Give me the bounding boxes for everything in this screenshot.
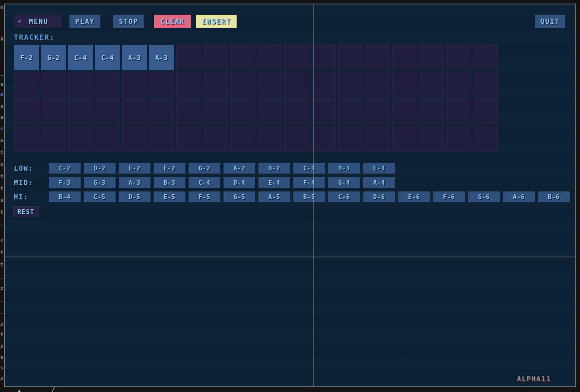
tracker-cell[interactable] bbox=[419, 72, 444, 97]
note-button[interactable]: A-3 bbox=[119, 177, 150, 188]
tracker-cell[interactable] bbox=[68, 99, 93, 124]
tracker-cell[interactable] bbox=[14, 126, 39, 151]
tracker-cell[interactable] bbox=[365, 72, 390, 97]
tracker-cell[interactable] bbox=[473, 45, 498, 70]
note-button[interactable]: C-5 bbox=[84, 191, 116, 202]
tracker-cell[interactable] bbox=[284, 126, 309, 151]
note-button[interactable]: B-3 bbox=[154, 177, 185, 188]
play-button[interactable]: PLAY bbox=[69, 15, 100, 28]
tracker-cell[interactable] bbox=[257, 45, 282, 70]
tracker-cell[interactable] bbox=[284, 72, 309, 97]
note-button[interactable]: F-4 bbox=[293, 177, 325, 188]
tracker-cell[interactable] bbox=[230, 45, 255, 70]
note-button[interactable]: E-2 bbox=[119, 163, 150, 174]
note-button[interactable]: G-3 bbox=[84, 177, 116, 188]
note-button[interactable]: C-4 bbox=[189, 177, 220, 188]
tracker-cell[interactable] bbox=[446, 99, 471, 124]
note-button[interactable]: F-5 bbox=[189, 191, 220, 202]
note-button[interactable]: D-3 bbox=[328, 163, 360, 174]
tracker-cell[interactable] bbox=[365, 99, 390, 124]
tracker-cell[interactable] bbox=[365, 126, 390, 151]
tracker-cell[interactable] bbox=[257, 126, 282, 151]
tracker-cell[interactable] bbox=[41, 126, 66, 151]
tracker-cell[interactable] bbox=[392, 99, 417, 124]
tracker-cell[interactable] bbox=[230, 126, 255, 151]
rest-button[interactable]: REST bbox=[13, 206, 39, 217]
tracker-cell[interactable] bbox=[311, 126, 336, 151]
insert-button[interactable]: INSERT bbox=[196, 15, 237, 28]
tracker-cell[interactable] bbox=[203, 72, 228, 97]
note-button[interactable]: G-2 bbox=[189, 163, 220, 174]
tracker-cell[interactable] bbox=[338, 72, 363, 97]
note-button[interactable]: E-4 bbox=[258, 177, 290, 188]
tracker-cell[interactable] bbox=[230, 72, 255, 97]
tracker-cell[interactable] bbox=[176, 45, 201, 70]
tracker-cell[interactable] bbox=[14, 99, 39, 124]
note-button[interactable]: A-2 bbox=[224, 163, 255, 174]
note-button[interactable]: D-5 bbox=[119, 191, 150, 202]
tracker-cell[interactable] bbox=[203, 99, 228, 124]
note-button[interactable]: C-6 bbox=[328, 191, 360, 202]
clear-button[interactable]: CLEAR bbox=[154, 15, 191, 28]
tracker-cell[interactable] bbox=[230, 99, 255, 124]
note-button[interactable]: D-2 bbox=[84, 163, 116, 174]
note-button[interactable]: C-3 bbox=[293, 163, 325, 174]
tracker-cell[interactable] bbox=[419, 126, 444, 151]
note-button[interactable]: F-2 bbox=[154, 163, 185, 174]
tracker-cell[interactable] bbox=[338, 99, 363, 124]
tracker-cell[interactable] bbox=[122, 72, 147, 97]
tracker-cell[interactable] bbox=[122, 126, 147, 151]
tracker-cell[interactable] bbox=[68, 126, 93, 151]
tracker-cell[interactable] bbox=[95, 126, 120, 151]
note-button[interactable]: D-6 bbox=[363, 191, 395, 202]
tracker-cell[interactable] bbox=[473, 72, 498, 97]
quit-button[interactable]: QUIT bbox=[535, 15, 565, 28]
note-button[interactable]: A-5 bbox=[258, 191, 290, 202]
tracker-cell[interactable] bbox=[41, 72, 66, 97]
note-button[interactable]: F-3 bbox=[49, 177, 81, 188]
tracker-cell[interactable]: C-4 bbox=[68, 45, 93, 70]
note-button[interactable]: G-6 bbox=[468, 191, 500, 202]
tracker-cell[interactable]: A-3 bbox=[149, 45, 174, 70]
tracker-cell[interactable] bbox=[392, 72, 417, 97]
tracker-cell[interactable] bbox=[311, 72, 336, 97]
tracker-cell[interactable] bbox=[68, 72, 93, 97]
tracker-cell[interactable]: F-2 bbox=[14, 45, 39, 70]
tracker-cell[interactable] bbox=[446, 72, 471, 97]
note-button[interactable]: B-5 bbox=[293, 191, 325, 202]
tracker-cell[interactable] bbox=[284, 45, 309, 70]
tracker-cell[interactable]: A-3 bbox=[122, 45, 147, 70]
tracker-cell[interactable] bbox=[338, 126, 363, 151]
note-button[interactable]: E-5 bbox=[154, 191, 185, 202]
note-button[interactable]: C-2 bbox=[49, 163, 81, 174]
tracker-cell[interactable]: C-4 bbox=[95, 45, 120, 70]
tracker-cell[interactable] bbox=[311, 99, 336, 124]
tracker-cell[interactable] bbox=[473, 126, 498, 151]
tracker-cell[interactable] bbox=[14, 72, 39, 97]
tracker-cell[interactable] bbox=[311, 45, 336, 70]
tracker-cell[interactable] bbox=[419, 99, 444, 124]
tracker-cell[interactable] bbox=[95, 72, 120, 97]
tracker-cell[interactable] bbox=[284, 99, 309, 124]
note-button[interactable]: A-6 bbox=[503, 191, 535, 202]
note-button[interactable]: D-4 bbox=[224, 177, 255, 188]
tracker-cell[interactable] bbox=[176, 126, 201, 151]
note-button[interactable]: E-6 bbox=[398, 191, 430, 202]
tracker-cell[interactable] bbox=[446, 45, 471, 70]
tracker-cell[interactable] bbox=[41, 99, 66, 124]
tracker-cell[interactable] bbox=[473, 99, 498, 124]
tracker-cell[interactable] bbox=[95, 99, 120, 124]
note-button[interactable]: A-4 bbox=[363, 177, 395, 188]
tracker-cell[interactable] bbox=[122, 99, 147, 124]
tracker-cell[interactable] bbox=[257, 99, 282, 124]
menu-button[interactable]: < MENU bbox=[14, 15, 62, 28]
tracker-cell[interactable] bbox=[338, 45, 363, 70]
tracker-cell[interactable] bbox=[392, 45, 417, 70]
tracker-cell[interactable] bbox=[419, 45, 444, 70]
tracker-cell[interactable] bbox=[203, 126, 228, 151]
tracker-cell[interactable] bbox=[365, 45, 390, 70]
tracker-cell[interactable] bbox=[149, 126, 174, 151]
tracker-cell[interactable] bbox=[257, 72, 282, 97]
note-button[interactable]: G-4 bbox=[328, 177, 360, 188]
note-button[interactable]: F-6 bbox=[433, 191, 465, 202]
